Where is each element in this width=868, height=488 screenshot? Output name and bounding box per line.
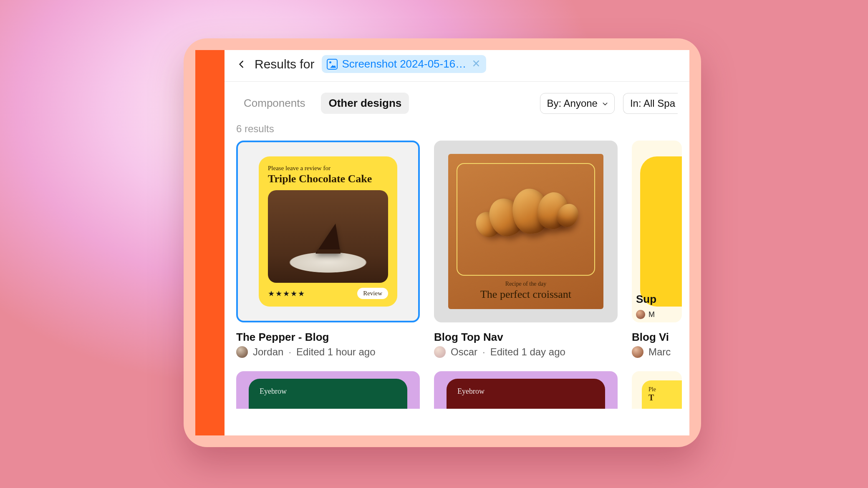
preview-review-button: Review [357, 288, 388, 299]
result-author: Marc [648, 346, 671, 358]
chevron-down-icon [602, 101, 608, 107]
preview-subtitle: Please leave a review for [268, 165, 388, 172]
avatar [632, 346, 643, 358]
close-icon [472, 59, 480, 68]
result-thumbnail[interactable]: Eyebrow [236, 371, 420, 409]
image-icon [327, 59, 338, 70]
result-author: Oscar [451, 346, 477, 358]
preview-title: Triple Chocolate Cake [268, 173, 388, 185]
results-count: 6 results [225, 114, 689, 137]
result-meta: Oscar · Edited 1 day ago [434, 346, 618, 358]
tab-components[interactable]: Components [236, 93, 313, 114]
preview-meta-partial: M [636, 310, 655, 319]
preview-line: Ple [648, 386, 682, 393]
results-for-label: Results for [255, 57, 314, 71]
star-rating: ★★★★★ [268, 289, 305, 298]
result-meta: Jordan · Edited 1 hour ago [236, 346, 420, 358]
preview-image [268, 190, 388, 283]
filter-row: Components Other designs By: Anyone In: … [225, 82, 689, 114]
avatar [236, 346, 248, 358]
filter-by-label: By: Anyone [547, 98, 598, 109]
result-title: The Pepper - Blog [236, 331, 420, 344]
avatar [636, 310, 645, 319]
chip-clear-button[interactable] [470, 58, 480, 70]
filter-in-label: In: All Spa [630, 98, 675, 109]
results-grid-row-2: Eyebrow Eyebrow Ple T [225, 358, 689, 409]
preview-title-partial: Sup [636, 293, 656, 306]
preview-eyebrow: Eyebrow [260, 387, 396, 396]
result-author: Jordan [253, 346, 283, 358]
search-chip[interactable]: Screenshot 2024-05-16… [322, 55, 486, 73]
result-thumbnail[interactable]: Please leave a review for Triple Chocola… [236, 141, 420, 322]
results-grid: Please leave a review for Triple Chocola… [225, 137, 689, 358]
result-thumbnail[interactable]: Sup M [632, 141, 682, 322]
preview-yellow-card: Ple T [642, 380, 682, 409]
device-frame: Results for Screenshot 2024-05-16… Compo… [184, 38, 701, 447]
preview-author-partial: M [648, 310, 655, 319]
preview-pill: Eyebrow [249, 379, 407, 409]
preview-recipe-card: Recipe of the day The perfect croissant [448, 154, 603, 309]
result-title: Blog Vi [632, 331, 682, 344]
result-meta: Marc [632, 346, 682, 358]
result-edited: Edited 1 day ago [490, 346, 565, 358]
content-area: Results for Screenshot 2024-05-16… Compo… [225, 50, 689, 435]
preview-subtitle: Recipe of the day [505, 281, 546, 287]
result-title: Blog Top Nav [434, 331, 618, 344]
search-header: Results for Screenshot 2024-05-16… [225, 50, 689, 82]
preview-card [640, 156, 682, 307]
result-thumbnail[interactable]: Ple T [632, 371, 682, 409]
left-rail [195, 50, 225, 435]
chip-label: Screenshot 2024-05-16… [342, 58, 466, 70]
result-edited: Edited 1 hour ago [296, 346, 375, 358]
preview-eyebrow: Eyebrow [457, 387, 594, 396]
back-button[interactable] [236, 59, 247, 70]
result-card[interactable]: Recipe of the day The perfect croissant … [434, 141, 618, 358]
preview-title: The perfect croissant [480, 288, 571, 301]
preview-pill: Eyebrow [447, 379, 605, 409]
avatar [434, 346, 446, 358]
separator-dot: · [288, 346, 291, 358]
filter-by-dropdown[interactable]: By: Anyone [540, 93, 615, 114]
screen: Results for Screenshot 2024-05-16… Compo… [195, 50, 689, 435]
preview-review-card: Please leave a review for Triple Chocola… [259, 156, 397, 307]
filter-in-dropdown[interactable]: In: All Spa [623, 93, 678, 114]
result-card[interactable]: Sup M Blog Vi Marc [632, 141, 682, 358]
chevron-left-icon [237, 60, 246, 69]
result-thumbnail[interactable]: Recipe of the day The perfect croissant [434, 141, 618, 322]
cake-icon [315, 224, 341, 254]
tab-other-designs[interactable]: Other designs [321, 93, 409, 114]
result-card[interactable]: Please leave a review for Triple Chocola… [236, 141, 420, 358]
preview-line: T [648, 393, 682, 402]
result-thumbnail[interactable]: Eyebrow [434, 371, 618, 409]
separator-dot: · [482, 346, 485, 358]
